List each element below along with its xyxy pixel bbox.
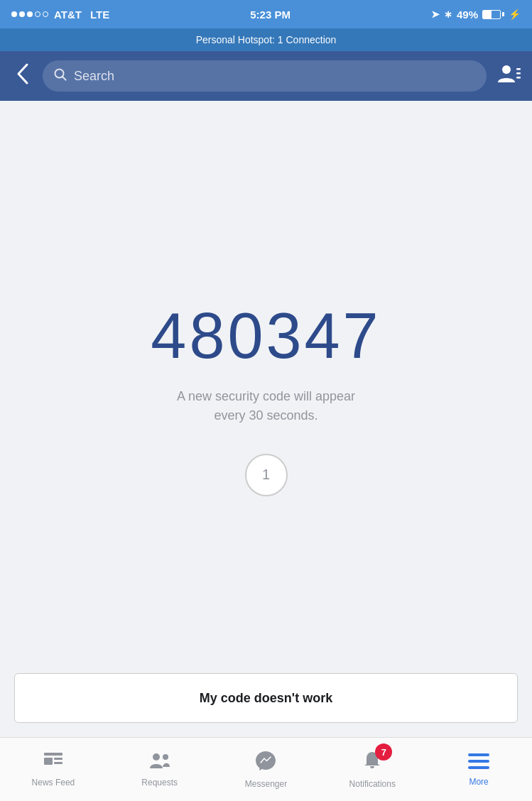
profile-menu-icon[interactable] [495, 64, 521, 88]
search-icon [54, 68, 67, 85]
svg-rect-11 [468, 753, 489, 756]
requests-icon [148, 751, 171, 775]
location-icon: ➤ [431, 9, 440, 20]
more-icon [468, 752, 489, 774]
svg-rect-6 [44, 758, 53, 765]
status-bar: AT&T LTE 5:23 PM ➤ ∗ 49% ⚡ [0, 0, 532, 28]
signal-dot-1 [11, 11, 17, 17]
subtitle-line1: A new security code will appear [177, 389, 355, 403]
svg-rect-12 [468, 760, 489, 763]
svg-rect-4 [516, 77, 521, 79]
time-display: 5:23 PM [250, 9, 291, 21]
news-feed-icon [43, 751, 64, 775]
code-issue-button[interactable]: My code doesn't work [14, 673, 518, 723]
svg-rect-8 [54, 762, 63, 764]
search-box[interactable]: Search [43, 60, 487, 92]
svg-point-10 [163, 754, 168, 760]
security-code: 480347 [151, 300, 381, 373]
svg-point-1 [502, 65, 511, 74]
svg-rect-7 [54, 758, 63, 760]
signal-dot-5 [43, 11, 48, 17]
more-label: More [469, 777, 488, 787]
battery-percent: 49% [457, 9, 478, 21]
svg-rect-5 [44, 753, 63, 756]
search-placeholder: Search [74, 69, 114, 84]
bottom-action-area: My code doesn't work [0, 659, 532, 737]
messenger-label: Messenger [245, 779, 287, 789]
svg-rect-2 [516, 68, 521, 70]
tab-bar: News Feed Requests Messenger 7 [0, 737, 532, 801]
status-left: AT&T LTE [11, 9, 109, 21]
tab-notifications[interactable]: 7 Notifications [319, 738, 425, 801]
tab-news-feed[interactable]: News Feed [0, 738, 107, 801]
signal-dot-2 [19, 11, 25, 17]
code-subtitle: A new security code will appear every 30… [177, 387, 355, 425]
bluetooth-icon: ∗ [444, 9, 452, 20]
network-label: LTE [90, 9, 109, 21]
battery-fill [483, 11, 492, 18]
svg-rect-3 [516, 72, 521, 75]
messenger-icon [255, 750, 276, 776]
battery-indicator [482, 10, 504, 19]
status-right: ➤ ∗ 49% ⚡ [431, 9, 521, 21]
subtitle-line2: every 30 seconds. [214, 408, 317, 423]
hotspot-text: Personal Hotspot: 1 Connection [196, 34, 337, 45]
svg-point-9 [153, 753, 160, 761]
battery-tip [502, 12, 504, 16]
nav-bar: Search [0, 51, 532, 101]
signal-dots [11, 11, 48, 17]
signal-dot-4 [35, 11, 40, 17]
charging-icon: ⚡ [509, 9, 521, 20]
hotspot-bar: Personal Hotspot: 1 Connection [0, 28, 532, 51]
requests-label: Requests [141, 778, 178, 788]
tab-messenger[interactable]: Messenger [213, 738, 320, 801]
notification-badge: 7 [375, 743, 392, 761]
svg-rect-13 [468, 766, 489, 769]
tab-more[interactable]: More [425, 738, 532, 801]
timer-circle: 1 [245, 454, 288, 496]
main-content: 480347 A new security code will appear e… [0, 101, 532, 737]
carrier-label: AT&T [54, 9, 82, 21]
news-feed-label: News Feed [32, 778, 75, 788]
battery-body [482, 10, 501, 19]
tab-requests[interactable]: Requests [107, 738, 213, 801]
timer-value: 1 [262, 467, 270, 483]
signal-dot-3 [27, 11, 33, 17]
notifications-label: Notifications [349, 779, 396, 789]
back-button[interactable] [11, 59, 34, 94]
